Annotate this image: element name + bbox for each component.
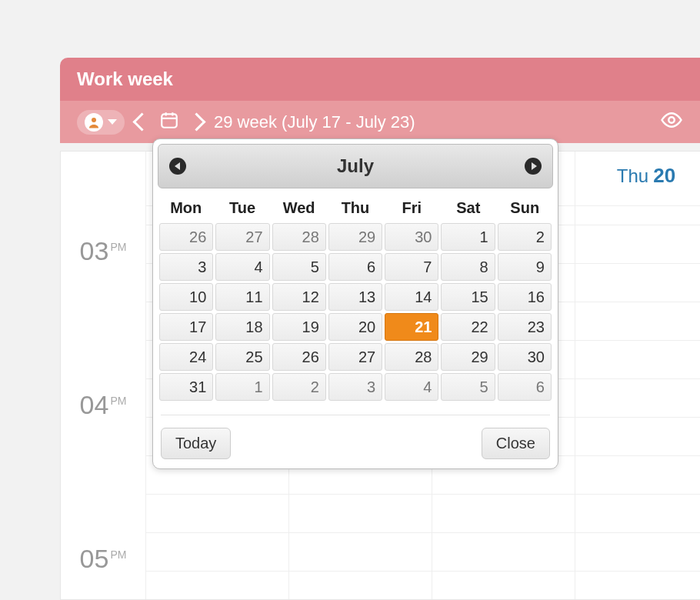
day-cell[interactable]: 20 [328,313,382,341]
day-cell[interactable]: 19 [272,313,326,341]
weekday-label: Mon [158,199,214,217]
day-cell[interactable]: 18 [215,313,269,341]
day-cell[interactable]: 8 [441,253,495,281]
weekday-label: Sat [440,199,496,217]
date-picker-popup: July Mon Tue Wed Thu Fri Sat Sun 2627282… [152,138,558,469]
user-picker[interactable] [77,110,125,135]
day-cell[interactable]: 12 [272,283,326,311]
calendar-toolbar: 29 week (July 17 - July 23) [60,101,700,143]
visibility-button[interactable] [660,108,683,135]
day-cell[interactable]: 1 [441,223,495,251]
day-cell[interactable]: 1 [215,373,269,401]
day-cell[interactable]: 22 [441,313,495,341]
svg-point-0 [92,118,96,122]
day-cell[interactable]: 28 [272,223,326,251]
day-cell[interactable]: 21 [385,313,438,341]
month-label: July [337,155,374,176]
day-cell[interactable]: 11 [215,283,269,311]
weekday-label: Wed [271,199,327,217]
close-button[interactable]: Close [482,428,550,459]
next-period-button[interactable] [187,112,205,131]
day-cell[interactable]: 26 [272,343,326,371]
datepicker-footer: Today Close [161,415,550,459]
triangle-left-icon [175,162,180,170]
day-cell[interactable]: 30 [498,343,552,371]
day-cell[interactable]: 9 [498,253,552,281]
day-cell[interactable]: 27 [328,343,382,371]
day-cell[interactable]: 24 [159,343,213,371]
day-cell[interactable]: 23 [498,313,552,341]
datepicker-header: July [158,144,553,188]
hour-label: 03PM [61,236,145,266]
prev-month-button[interactable] [169,158,186,175]
day-cell[interactable]: 2 [272,373,326,401]
day-cell[interactable]: 2 [498,223,552,251]
hour-label: 05PM [61,544,145,574]
days-grid: 2627282930123456789101112131415161718192… [158,223,553,401]
panel-title: Work week [60,58,700,101]
calendar-panel: Work week 29 week (July 17 - July 23) [60,58,700,143]
weekday-label: Tue [214,199,270,217]
day-cell[interactable]: 14 [385,283,438,311]
prev-period-button[interactable] [132,112,151,131]
day-cell[interactable]: 30 [385,223,438,251]
svg-rect-1 [162,114,177,127]
triangle-right-icon [532,162,537,170]
day-header: Thu20 [575,152,700,200]
day-cell[interactable]: 31 [159,373,213,401]
day-cell[interactable]: 16 [498,283,552,311]
day-cell[interactable]: 27 [215,223,269,251]
day-cell[interactable]: 3 [159,253,213,281]
day-cell[interactable]: 7 [385,253,438,281]
day-cell[interactable]: 29 [441,343,495,371]
time-gutter: 03PM 04PM 05PM [61,152,146,599]
day-cell[interactable]: 15 [441,283,495,311]
hour-label: 04PM [61,390,145,420]
caret-down-icon [108,119,117,125]
weekday-label: Sun [497,199,553,217]
weekday-row: Mon Tue Wed Thu Fri Sat Sun [158,199,553,217]
day-cell[interactable]: 26 [159,223,213,251]
day-cell[interactable]: 4 [385,373,438,401]
period-label: 29 week (July 17 - July 23) [214,112,415,132]
avatar-icon [85,113,103,132]
today-button[interactable]: Today [161,428,231,459]
day-cell[interactable]: 25 [215,343,269,371]
day-cell[interactable]: 6 [328,253,382,281]
weekday-label: Thu [327,199,383,217]
day-cell[interactable]: 29 [328,223,382,251]
day-cell[interactable]: 5 [272,253,326,281]
next-month-button[interactable] [525,158,542,175]
day-cell[interactable]: 17 [159,313,213,341]
day-cell[interactable]: 10 [159,283,213,311]
day-cell[interactable]: 13 [328,283,382,311]
day-cell[interactable]: 28 [385,343,438,371]
day-cell[interactable]: 3 [328,373,382,401]
day-cell[interactable]: 5 [441,373,495,401]
svg-point-2 [668,117,675,123]
weekday-label: Fri [384,199,440,217]
day-cell[interactable]: 6 [498,373,552,401]
open-datepicker-button[interactable] [159,110,179,134]
day-cell[interactable]: 4 [215,253,269,281]
